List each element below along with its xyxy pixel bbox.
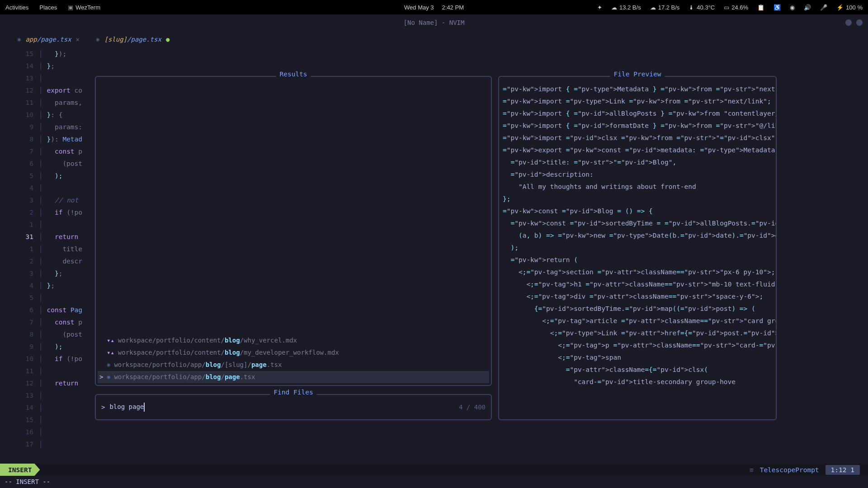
result-count: 4 / 400 xyxy=(459,404,486,411)
buffer-tabs: ⚛ app/page.tsx ✕ ⚛ [slug]/page.tsx ● xyxy=(0,31,868,48)
tab-app-page[interactable]: ⚛ app/page.tsx ✕ xyxy=(9,33,88,46)
result-item[interactable]: ⚛workspace/portfolio/app/blog/[slug]/pag… xyxy=(98,359,489,371)
download-icon: ☁ xyxy=(611,4,617,11)
clipboard-icon[interactable]: 📋 xyxy=(757,4,764,11)
hamburger-icon: ≡ xyxy=(750,466,754,474)
wifi-icon[interactable]: ◉ xyxy=(790,4,795,11)
search-input[interactable]: blog page xyxy=(109,403,459,412)
result-item[interactable]: >⚛workspace/portfolio/app/blog/page.tsx xyxy=(98,371,489,383)
react-icon: ⚛ xyxy=(96,36,99,43)
window-minimize[interactable] xyxy=(845,19,852,26)
cpu-indicator: ▭24.6% xyxy=(724,4,748,11)
battery-icon: ⚡ xyxy=(836,4,844,11)
window-title: [No Name] - NVIM xyxy=(404,19,465,26)
activities-button[interactable]: Activities xyxy=(5,4,28,11)
close-icon[interactable]: ✕ xyxy=(76,36,80,43)
clock-date[interactable]: Wed May 3 xyxy=(404,4,434,11)
results-title: Results xyxy=(276,70,311,78)
react-icon: ⚛ xyxy=(17,36,21,43)
upload-icon: ☁ xyxy=(650,4,656,11)
prompt-caret-icon: > xyxy=(101,404,105,411)
markdown-icon: ▾▴ xyxy=(107,347,114,359)
cursor-position: 1:12 1 xyxy=(826,465,860,475)
result-item[interactable]: ▾▴workspace/portfolio/content/blog/my_de… xyxy=(98,347,489,359)
places-menu[interactable]: Places xyxy=(39,4,57,11)
command-line: -- INSERT -- xyxy=(0,476,868,488)
net-down-indicator: ☁13.2 B/s xyxy=(611,4,641,11)
volume-icon[interactable]: 🔊 xyxy=(804,4,811,11)
line-gutter: 1514131211109876543213112345678910111213… xyxy=(0,48,39,462)
thermometer-icon: 🌡 xyxy=(689,4,694,11)
statusline: INSERT ≡ TelescopePrompt 1:12 1 xyxy=(0,464,868,476)
modified-indicator: ● xyxy=(166,36,170,43)
app-menu[interactable]: ▣ WezTerm xyxy=(68,4,100,11)
react-icon: ⚛ xyxy=(107,359,110,371)
temperature-indicator: 🌡40.3°C xyxy=(689,4,715,11)
tab-slug-page[interactable]: ⚛ [slug]/page.tsx ● xyxy=(88,33,178,46)
text-cursor xyxy=(144,403,145,412)
result-item[interactable]: ▾▴workspace/portfolio/content/blog/why_v… xyxy=(98,334,489,347)
window-maximize[interactable] xyxy=(856,19,863,26)
telescope-results: Results ▾▴workspace/portfolio/content/bl… xyxy=(95,76,492,386)
cpu-icon: ▭ xyxy=(724,4,729,11)
filetype-indicator: TelescopePrompt xyxy=(760,466,819,474)
mic-icon[interactable]: 🎤 xyxy=(820,4,827,11)
terminal-icon: ▣ xyxy=(68,4,73,11)
telescope-prompt: Find Files > blog page 4 / 400 xyxy=(95,394,492,420)
accessibility-icon[interactable]: ♿ xyxy=(774,4,781,11)
telescope-preview: File Preview ="pv-kw">import { ="pv-type… xyxy=(498,76,777,420)
battery-indicator[interactable]: ⚡100 % xyxy=(836,4,863,11)
react-icon: ⚛ xyxy=(107,371,110,383)
extension-icon[interactable]: ✦ xyxy=(597,4,602,11)
gnome-topbar: Activities Places ▣ WezTerm Wed May 3 2:… xyxy=(0,0,868,14)
preview-title: File Preview xyxy=(610,70,665,78)
mode-indicator: INSERT xyxy=(0,464,40,476)
net-up-indicator: ☁17.2 B/s xyxy=(650,4,680,11)
prompt-title: Find Files xyxy=(270,389,316,396)
telescope-picker: Results ▾▴workspace/portfolio/content/bl… xyxy=(95,76,777,420)
clock-time[interactable]: 2:42 PM xyxy=(442,4,464,11)
markdown-icon: ▾▴ xyxy=(107,334,114,347)
window-titlebar: [No Name] - NVIM xyxy=(0,14,868,31)
